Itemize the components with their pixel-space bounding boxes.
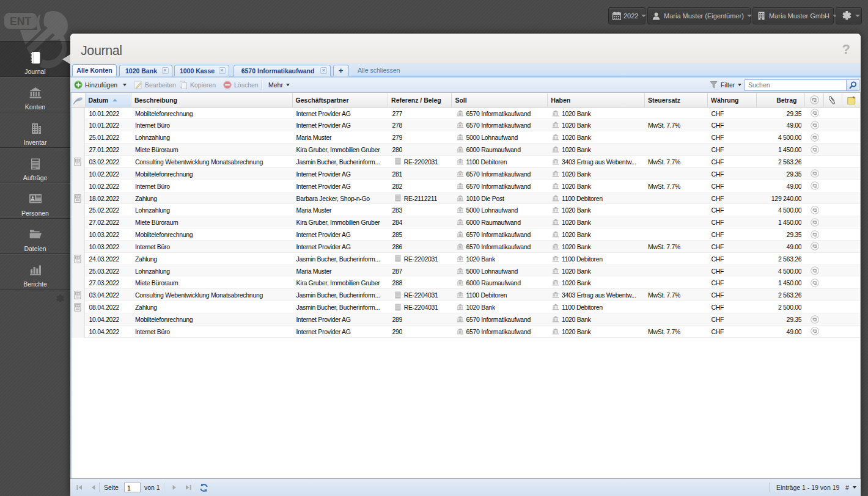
- svg-text:ENT: ENT: [10, 15, 31, 27]
